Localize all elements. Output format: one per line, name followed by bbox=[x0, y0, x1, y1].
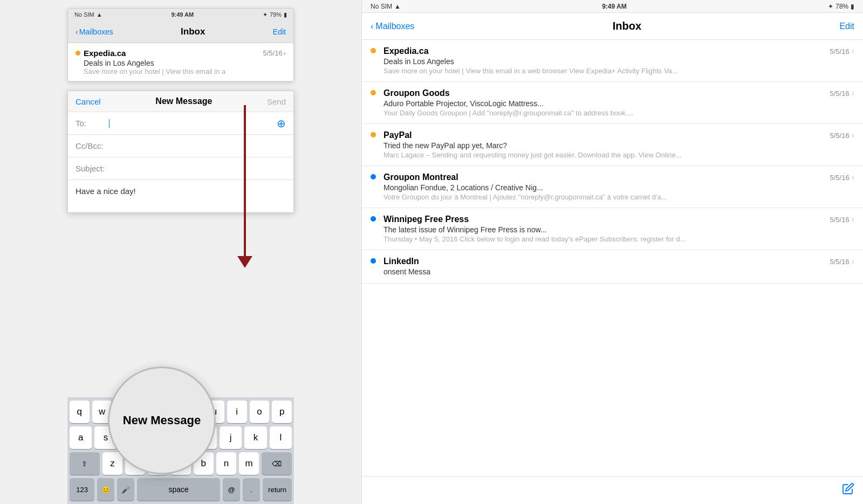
to-label: To: bbox=[76, 119, 108, 128]
unread-dot-expedia bbox=[371, 48, 376, 53]
chevron-groupon-montreal: › bbox=[852, 172, 854, 182]
key-q[interactable]: q bbox=[70, 401, 90, 423]
key-o[interactable]: o bbox=[250, 401, 270, 423]
battery-right: 78% bbox=[835, 3, 848, 10]
wifi-icon-right: ▲ bbox=[394, 3, 401, 10]
date-groupon-goods: 5/5/16 bbox=[830, 89, 850, 98]
subject-label: Subject: bbox=[76, 164, 108, 173]
email-content-expedia: Expedia.ca 5/5/16 › Deals in Los Angeles… bbox=[383, 46, 854, 75]
compose-body[interactable]: Have a nice day! bbox=[68, 180, 293, 212]
edit-button-left[interactable]: Edit bbox=[273, 27, 286, 36]
inbox-title-right: Inbox bbox=[613, 20, 641, 32]
email-item-linkedin[interactable]: LinkedIn 5/5/16 › onsent Messa bbox=[362, 250, 863, 284]
dot-col-3 bbox=[371, 130, 378, 137]
mailboxes-label-left: Mailboxes bbox=[79, 27, 113, 36]
email-item-winnipeg[interactable]: Winnipeg Free Press 5/5/16 › The latest … bbox=[362, 208, 863, 250]
email-item-groupon-goods[interactable]: Groupon Goods 5/5/16 › Aduro Portable Pr… bbox=[362, 82, 863, 124]
subject-field-row: Subject: bbox=[68, 157, 293, 180]
bottom-toolbar-right bbox=[362, 476, 863, 504]
compose-new-button[interactable] bbox=[841, 482, 854, 499]
date-winnipeg: 5/5/16 bbox=[830, 216, 850, 224]
keyboard-row-4: 123 😊 🎤 space @ . return bbox=[67, 475, 294, 504]
dot-col-6 bbox=[371, 257, 378, 264]
preview-expedia: Save more on your hotel | View this emai… bbox=[383, 67, 804, 75]
dot-col-2 bbox=[371, 88, 378, 95]
wifi-icon-left: ▲ bbox=[97, 11, 102, 18]
peek-preview: Save more on your hotel | View this emai… bbox=[76, 67, 286, 75]
add-recipient-button[interactable]: ⊕ bbox=[277, 118, 286, 129]
magnifier-overlay: New Message bbox=[108, 367, 216, 474]
email-item-paypal[interactable]: PayPal 5/5/16 › Tried the new PayPal app… bbox=[362, 124, 863, 166]
dot-col-4 bbox=[371, 172, 378, 179]
key-numbers[interactable]: 123 bbox=[70, 478, 94, 501]
sender-groupon-goods: Groupon Goods bbox=[383, 88, 450, 98]
inbox-title-left: Inbox bbox=[181, 26, 205, 37]
cursor bbox=[109, 119, 109, 128]
chevron-paypal: › bbox=[852, 130, 854, 140]
email-peek-item[interactable]: Expedia.ca 5/5/16 › Deals in Los Angeles… bbox=[68, 43, 293, 81]
chevron-linkedin: › bbox=[852, 257, 854, 266]
sender-paypal: PayPal bbox=[383, 130, 412, 140]
key-i[interactable]: i bbox=[227, 401, 247, 423]
email-content-groupon-montreal: Groupon Montreal 5/5/16 › Mongolian Fond… bbox=[383, 172, 854, 201]
subject-linkedin: onsent Messa bbox=[383, 267, 804, 276]
unread-dot-left bbox=[76, 51, 80, 56]
key-delete[interactable]: ⌫ bbox=[262, 452, 292, 475]
email-item-expedia[interactable]: Expedia.ca 5/5/16 › Deals in Los Angeles… bbox=[362, 40, 863, 82]
status-bar-right: No SIM ▲ 9:49 AM ✦ 78% ▮ bbox=[362, 0, 863, 13]
key-z[interactable]: z bbox=[102, 452, 122, 475]
key-period[interactable]: . bbox=[243, 478, 260, 501]
email-content-winnipeg: Winnipeg Free Press 5/5/16 › The latest … bbox=[383, 215, 854, 243]
chevron-groupon-goods: › bbox=[852, 88, 854, 98]
status-bar-left: No SIM ▲ 9:49 AM ✦ 79% ▮ bbox=[68, 9, 293, 20]
email-content-linkedin: LinkedIn 5/5/16 › onsent Messa bbox=[383, 257, 854, 277]
preview-groupon-goods: Your Daily Goods Groupon | Add "noreply@… bbox=[383, 109, 804, 117]
unread-dot-groupon-goods bbox=[371, 90, 376, 95]
email-item-groupon-montreal[interactable]: Groupon Montreal 5/5/16 › Mongolian Fond… bbox=[362, 166, 863, 208]
key-space[interactable]: space bbox=[137, 478, 220, 501]
dot-col-5 bbox=[371, 215, 378, 222]
chevron-winnipeg: › bbox=[852, 215, 854, 224]
key-j[interactable]: j bbox=[220, 426, 242, 449]
battery-left: 79% bbox=[270, 11, 282, 18]
preview-winnipeg: Thursday • May 5, 2016 Click below to lo… bbox=[383, 235, 804, 243]
unread-dot-paypal bbox=[371, 132, 376, 137]
chevron-expedia: › bbox=[852, 46, 854, 56]
subject-paypal: Tried the new PayPal app yet, Marc? bbox=[383, 141, 804, 150]
key-mic[interactable]: 🎤 bbox=[117, 478, 134, 501]
right-nav: ‹ Mailboxes Inbox Edit bbox=[362, 13, 863, 40]
edit-button-right[interactable]: Edit bbox=[839, 22, 854, 31]
compose-window: Cancel New Message Send To: ⊕ Cc/Bcc: Su… bbox=[67, 91, 294, 213]
key-at[interactable]: @ bbox=[223, 478, 240, 501]
key-shift[interactable]: ⇧ bbox=[70, 452, 100, 475]
mailboxes-label-right: Mailboxes bbox=[375, 22, 414, 31]
bluetooth-icon-right: ✦ bbox=[828, 3, 833, 10]
chevron-right-peek: › bbox=[284, 49, 286, 57]
key-p[interactable]: p bbox=[272, 401, 292, 423]
key-m[interactable]: m bbox=[239, 452, 259, 475]
key-k[interactable]: k bbox=[244, 426, 266, 449]
cancel-button[interactable]: Cancel bbox=[76, 97, 101, 106]
email-content-paypal: PayPal 5/5/16 › Tried the new PayPal app… bbox=[383, 130, 854, 159]
to-input[interactable] bbox=[108, 119, 277, 128]
unread-dot-linkedin bbox=[371, 258, 376, 264]
battery-icon-right: ▮ bbox=[851, 3, 854, 10]
time-right: 9:49 AM bbox=[602, 3, 627, 10]
date-paypal: 5/5/16 bbox=[830, 132, 850, 140]
key-n[interactable]: n bbox=[216, 452, 236, 475]
preview-groupon-montreal: Votre Groupon du jour à Montreal | Ajout… bbox=[383, 193, 804, 201]
key-return[interactable]: return bbox=[263, 478, 292, 501]
chevron-left-icon-right: ‹ bbox=[371, 22, 373, 31]
subject-groupon-montreal: Mongolian Fondue, 2 Locations / Creative… bbox=[383, 183, 804, 192]
compose-title: New Message bbox=[155, 96, 212, 106]
right-panel: No SIM ▲ 9:49 AM ✦ 78% ▮ ‹ Mailboxes Inb… bbox=[361, 0, 863, 504]
key-emoji[interactable]: 😊 bbox=[97, 478, 114, 501]
mailboxes-button-right[interactable]: ‹ Mailboxes bbox=[371, 22, 414, 31]
cc-field-row: Cc/Bcc: bbox=[68, 135, 293, 157]
battery-icon-left: ▮ bbox=[284, 11, 287, 18]
back-mailboxes-left[interactable]: ‹ Mailboxes bbox=[76, 27, 113, 36]
send-button[interactable]: Send bbox=[267, 97, 286, 106]
email-list: Expedia.ca 5/5/16 › Deals in Los Angeles… bbox=[362, 40, 863, 476]
key-l[interactable]: l bbox=[270, 426, 292, 449]
key-a[interactable]: a bbox=[70, 426, 92, 449]
